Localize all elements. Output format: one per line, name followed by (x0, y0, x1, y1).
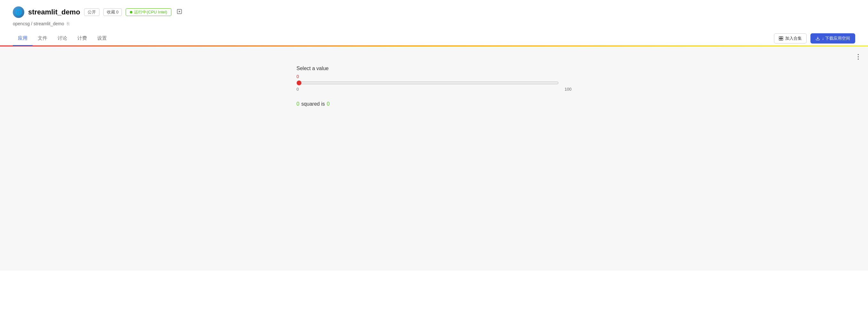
svg-rect-1 (779, 36, 781, 38)
running-dot (130, 11, 132, 13)
content-inner: ⋮ Select a value 0 0 100 (0, 47, 868, 126)
svg-rect-2 (781, 36, 783, 38)
value-slider[interactable] (297, 80, 559, 85)
tab-app[interactable]: 应用 (13, 31, 33, 46)
tab-files[interactable]: 文件 (33, 31, 53, 46)
svg-rect-3 (779, 39, 781, 40)
content-area: ⋮ Select a value 0 0 100 (0, 47, 868, 270)
svg-rect-4 (781, 39, 783, 40)
embed-icon-button[interactable] (175, 7, 184, 17)
page-container: 🌐 streamlit_demo 公开 收藏 0 运行中(CPU Intel) … (0, 0, 868, 315)
slider-section: Select a value 0 0 100 (297, 66, 571, 91)
public-badge[interactable]: 公开 (84, 8, 99, 16)
download-button[interactable]: ↓ 下载应用空间 (810, 33, 855, 44)
tab-billing[interactable]: 计费 (72, 31, 92, 46)
slider-label: Select a value (297, 66, 571, 71)
slider-min: 0 (297, 87, 299, 91)
title-row: 🌐 streamlit_demo 公开 收藏 0 运行中(CPU Intel) (13, 6, 855, 18)
slider-value-display: 0 (297, 74, 571, 79)
running-badge[interactable]: 运行中(CPU Intel) (126, 8, 171, 16)
collection-icon (779, 36, 783, 41)
tabs-bar: 应用 文件 讨论 计费 设置 加入合 (0, 31, 868, 46)
tabs-left: 应用 文件 讨论 计费 设置 (13, 31, 112, 46)
slider-track-container (297, 80, 559, 87)
join-collection-button[interactable]: 加入合集 (774, 33, 807, 44)
slider-max: 100 (564, 87, 571, 91)
tab-discussion[interactable]: 讨论 (53, 31, 72, 46)
breadcrumb: opencsg / streamlit_demo ⎘ (13, 21, 855, 31)
running-label: 运行中(CPU Intel) (134, 9, 167, 15)
app-avatar: 🌐 (13, 6, 24, 18)
tabs-right: 加入合集 ↓ 下载应用空间 (774, 33, 855, 44)
app-title: streamlit_demo (28, 8, 80, 16)
result-suffix-value: 0 (327, 101, 330, 107)
result-text: 0 squared is 0 (297, 101, 571, 107)
copy-icon[interactable]: ⎘ (67, 21, 69, 26)
result-prefix-value: 0 (297, 101, 299, 107)
header: 🌐 streamlit_demo 公开 收藏 0 运行中(CPU Intel) … (0, 0, 868, 31)
breadcrumb-repo: streamlit_demo (34, 21, 64, 26)
breadcrumb-org[interactable]: opencsg (13, 21, 30, 26)
streamlit-app: Select a value 0 0 100 0 squared is 0 (297, 53, 571, 120)
breadcrumb-separator: / (31, 21, 32, 26)
tab-settings[interactable]: 设置 (92, 31, 112, 46)
download-icon (815, 36, 820, 41)
collect-badge[interactable]: 收藏 0 (103, 8, 122, 16)
more-options-button[interactable]: ⋮ (855, 53, 862, 60)
slider-range-labels: 0 100 (297, 87, 571, 91)
result-middle-text: squared is (301, 101, 325, 107)
